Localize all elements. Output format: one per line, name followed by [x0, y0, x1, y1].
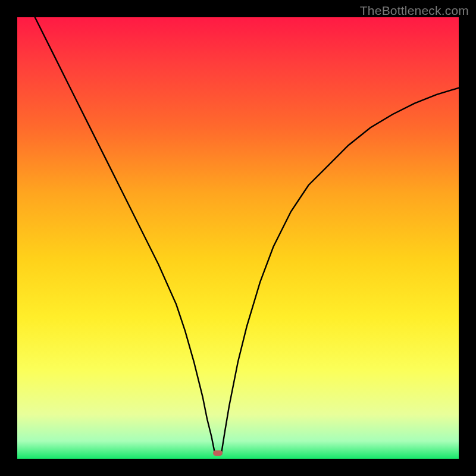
curve-left-path	[35, 17, 215, 455]
curve-layer	[17, 17, 459, 459]
watermark-text: TheBottleneck.com	[360, 4, 469, 18]
curve-right-path	[221, 88, 459, 455]
bottleneck-marker	[213, 450, 223, 456]
